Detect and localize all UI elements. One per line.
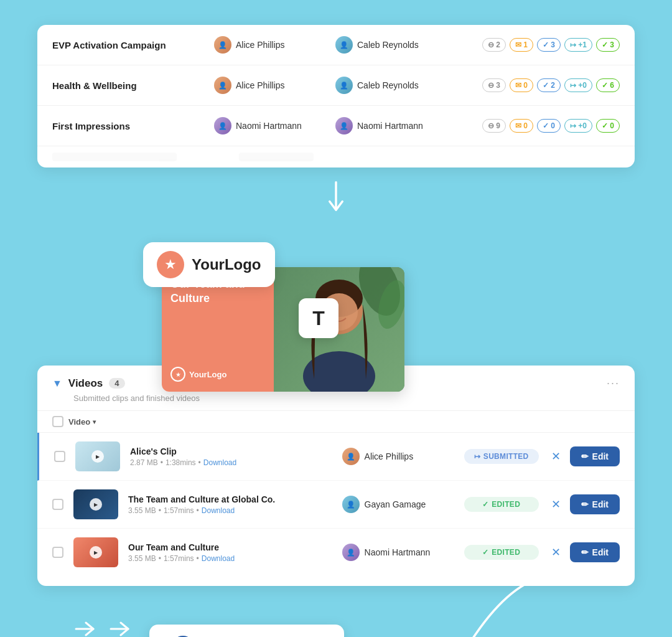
more-icon[interactable]: ···: [607, 377, 620, 390]
row-checkbox-1[interactable]: [54, 451, 65, 462]
chevron-icon[interactable]: ▼: [52, 378, 62, 389]
person1-name: Alice Phillips: [236, 40, 285, 50]
logo-text: YourLogo: [192, 256, 261, 273]
table-row: First Impressions 👤 Naomi Hartmann 👤 Nao…: [37, 106, 635, 146]
avatar-alice-video: 👤: [342, 448, 360, 465]
top-table-card: EVP Activation Campaign 👤 Alice Phillips…: [37, 25, 635, 168]
avatar-caleb: 👤: [335, 36, 353, 54]
badge-gray: ⊖ 9: [482, 119, 506, 133]
table-row: EVP Activation Campaign 👤 Alice Phillips…: [37, 25, 635, 65]
person2-name: Caleb Reynolds: [357, 80, 419, 90]
badge-orange: ✉ 1: [510, 38, 533, 52]
bottom-video-card: ▼ Videos 4 ··· Submitted clips and finis…: [37, 366, 635, 586]
badge-green: ✓ 0: [596, 119, 620, 133]
t-icon: T: [299, 298, 338, 338]
row-checkbox-3[interactable]: [52, 547, 63, 558]
avatar-gayan-video: 👤: [342, 496, 360, 513]
close-button-2[interactable]: ✕: [549, 498, 564, 511]
badge-teal: ↦ +0: [564, 78, 592, 92]
video-info-team: The Team and Culture at Global Co. 3.55 …: [128, 494, 332, 515]
person2-name: Caleb Reynolds: [357, 40, 419, 50]
status-badge-edited-2: ✓ EDITED: [464, 497, 539, 512]
video-owner-1: 👤 Alice Phillips: [342, 448, 454, 465]
row-badges: ⊖ 2 ✉ 1 ✓ 3 ↦ +1 ✓ 3: [482, 38, 620, 52]
download-link-2[interactable]: Download: [202, 506, 235, 515]
close-button-3[interactable]: ✕: [549, 545, 564, 559]
pencil-icon-2: ✏: [581, 499, 589, 509]
card-subtitle: Submitted clips and finished videos: [37, 392, 635, 410]
play-button-2[interactable]: ▶: [90, 498, 102, 511]
row-person2: 👤 Naomi Hartmann: [335, 117, 457, 134]
close-button-1[interactable]: ✕: [549, 450, 564, 463]
bottom-section: 🔔 Send Reminder: [37, 601, 635, 637]
play-button-3[interactable]: ▶: [90, 546, 102, 559]
video-row-alice: ▶ Alice's Clip 2.87 MB • 1:38mins • Down…: [37, 433, 635, 481]
card-count: 4: [109, 378, 124, 389]
table-row: Health & Wellbeing 👤 Alice Phillips 👤 Ca…: [37, 65, 635, 106]
video-row-team: ▶ The Team and Culture at Global Co. 3.5…: [37, 481, 635, 529]
row-title: First Impressions: [52, 121, 214, 131]
badge-blue: ✓ 0: [537, 119, 561, 133]
avatar-naomi: 👤: [335, 117, 353, 134]
video-name-1: Alice's Clip: [130, 446, 332, 456]
check-icon-3: ✓: [482, 548, 488, 557]
badge-blue: ✓ 3: [537, 38, 561, 52]
row-title-partial: [52, 153, 177, 161]
logo-star-icon: ★: [157, 251, 184, 278]
card-title: Videos: [68, 377, 103, 390]
edit-button-2[interactable]: ✏ Edit: [570, 494, 620, 514]
video-thumb-culture: ▶: [73, 537, 118, 567]
video-name-2: The Team and Culture at Global Co.: [128, 494, 332, 504]
middle-section: ★ YourLogo Our Team and Culture ★ YourLo…: [37, 230, 635, 354]
badge-green: ✓ 6: [596, 78, 620, 92]
row-person2: 👤 Caleb Reynolds: [335, 77, 457, 94]
video-info-alice: Alice's Clip 2.87 MB • 1:38mins • Downlo…: [130, 446, 332, 467]
row-person1: 👤 Naomi Hartmann: [214, 117, 335, 134]
download-link-1[interactable]: Download: [203, 458, 236, 467]
edit-button-1[interactable]: ✏ Edit: [570, 446, 620, 466]
select-all-checkbox[interactable]: [52, 416, 63, 427]
left-arrows: [75, 620, 141, 637]
send-reminder-button[interactable]: 🔔 Send Reminder: [149, 625, 344, 637]
logo-card: ★ YourLogo: [143, 242, 275, 287]
video-info-culture: Our Team and Culture 3.55 MB • 1:57mins …: [128, 542, 332, 563]
row-checkbox-2[interactable]: [52, 499, 63, 510]
video-name-3: Our Team and Culture: [128, 542, 332, 552]
avatar-naomi-video: 👤: [342, 544, 360, 561]
video-meta-3: 3.55 MB • 1:57mins • Download: [128, 554, 332, 563]
owner-name-2: Gayan Gamage: [365, 499, 426, 509]
col-video-label: Video ▾: [68, 417, 96, 427]
badge-teal: ↦ +1: [564, 38, 592, 52]
download-link-3[interactable]: Download: [202, 554, 235, 563]
badge-teal: ↦ +0: [564, 119, 592, 133]
check-icon: ✓: [482, 500, 488, 509]
status-badge-submitted: ↦ SUBMITTED: [464, 449, 539, 464]
play-button-1[interactable]: ▶: [91, 450, 104, 463]
badge-green: ✓ 3: [596, 38, 620, 52]
row-badges: ⊖ 3 ✉ 0 ✓ 2 ↦ +0 ✓ 6: [482, 78, 620, 92]
video-thumb-team: ▶: [73, 489, 118, 519]
status-badge-edited-3: ✓ EDITED: [464, 545, 539, 560]
row-person1: 👤 Alice Phillips: [214, 36, 335, 54]
video-owner-3: 👤 Naomi Hartmann: [342, 544, 454, 561]
row-person1: 👤 Alice Phillips: [214, 77, 335, 94]
edit-button-3[interactable]: ✏ Edit: [570, 542, 620, 562]
video-meta-2: 3.55 MB • 1:57mins • Download: [128, 506, 332, 515]
row-title: EVP Activation Campaign: [52, 40, 214, 50]
video-row-culture: ▶ Our Team and Culture 3.55 MB • 1:57min…: [37, 529, 635, 576]
person1-name: Alice Phillips: [236, 80, 285, 90]
row-title: Health & Wellbeing: [52, 80, 214, 91]
row-actions-1: ✕ ✏ Edit: [549, 446, 620, 466]
person1-name: Naomi Hartmann: [236, 121, 302, 131]
video-right-panel: [274, 267, 404, 392]
video-owner-2: 👤 Gayan Gamage: [342, 496, 454, 513]
pencil-icon-3: ✏: [581, 547, 589, 557]
avatar-alice: 👤: [214, 36, 231, 54]
badge-gray: ⊖ 2: [482, 38, 506, 52]
video-thumb-alice: ▶: [75, 441, 120, 471]
row-badges: ⊖ 9 ✉ 0 ✓ 0 ↦ +0 ✓ 0: [482, 119, 620, 133]
row-person2: 👤 Caleb Reynolds: [335, 36, 457, 54]
arrow-down: [0, 181, 672, 219]
video-logo-label: YourLogo: [189, 370, 226, 379]
badge-orange: ✉ 0: [510, 78, 533, 92]
